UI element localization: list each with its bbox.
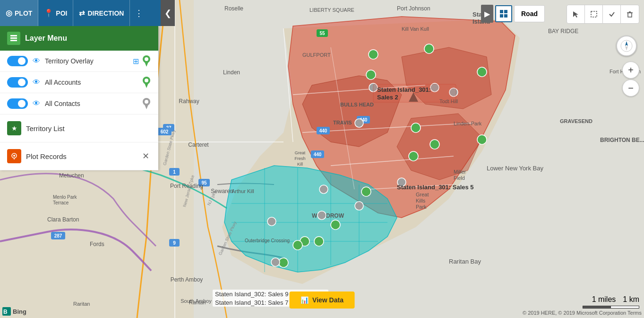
svg-text:GRAVESEND: GRAVESEND [560, 118, 592, 124]
svg-text:Kill: Kill [297, 162, 303, 167]
rectangle-select-icon [590, 10, 598, 18]
direction-button[interactable]: ⇄ DIRECTION [73, 0, 130, 26]
rectangle-select-button[interactable] [585, 5, 603, 23]
more-options-button[interactable]: ⋮ [130, 8, 148, 18]
all-contacts-item: 👁 All Contacts [0, 93, 158, 115]
svg-rect-154 [10, 40, 17, 41]
svg-rect-153 [10, 37, 17, 39]
svg-text:Terrace: Terrace [53, 200, 69, 205]
scale-bar-visual [583, 306, 639, 309]
all-contacts-eye-icon: 👁 [32, 99, 41, 108]
direction-label: DIRECTION [87, 9, 124, 17]
territory-overlay-toggle[interactable] [7, 56, 28, 66]
compass[interactable] [616, 35, 637, 56]
svg-text:Great: Great [295, 150, 306, 155]
all-contacts-toggle[interactable] [7, 98, 28, 109]
territory-list-item[interactable]: ★ Territory List [0, 115, 158, 142]
svg-text:Staten Island_302: Sales 9: Staten Island_302: Sales 9 [215, 291, 288, 298]
svg-text:WOODROW: WOODROW [312, 212, 344, 219]
svg-text:Staten Island_301: Sales 7: Staten Island_301: Sales 7 [215, 299, 288, 306]
svg-marker-159 [145, 83, 148, 88]
svg-rect-172 [500, 10, 503, 13]
direction-icon: ⇄ [79, 9, 85, 18]
top-toolbar: ◎ PLOT 📍 POI ⇄ DIRECTION ⋮ [0, 0, 161, 26]
zoom-out-icon: − [628, 83, 634, 94]
selected-view-button[interactable] [495, 5, 512, 22]
svg-text:Miller: Miller [454, 169, 466, 175]
svg-point-163 [145, 100, 148, 104]
svg-text:Clara Barton: Clara Barton [47, 216, 79, 223]
svg-text:Staten Island_301: Sales 5: Staten Island_301: Sales 5 [397, 184, 474, 191]
svg-marker-156 [145, 62, 148, 67]
zoom-in-button[interactable]: + [622, 62, 639, 79]
layers-icon [9, 34, 18, 43]
plot-records-close-button[interactable]: ✕ [140, 150, 151, 162]
svg-text:Metuchen: Metuchen [59, 172, 84, 179]
svg-text:Field: Field [454, 175, 465, 181]
svg-point-160 [145, 79, 148, 82]
road-view-button[interactable]: Road [514, 5, 545, 22]
territory-overlay-eye-icon: 👁 [32, 57, 41, 65]
territory-overlay-pin-icon[interactable] [142, 55, 151, 67]
plot-label: PLOT [15, 9, 32, 17]
territory-list-icon: ★ [7, 121, 21, 135]
svg-rect-175 [504, 14, 507, 18]
svg-text:Port Johnson: Port Johnson [397, 5, 430, 12]
map-tools-toolbar [567, 5, 639, 24]
svg-text:Lower New York Bay: Lower New York Bay [487, 165, 543, 172]
svg-text:287: 287 [54, 233, 62, 238]
svg-text:LIBERTY SQUARE: LIBERTY SQUARE [309, 7, 354, 13]
checkmark-icon [608, 10, 616, 18]
svg-text:BAY RIDGE: BAY RIDGE [548, 28, 578, 35]
svg-rect-152 [10, 35, 17, 36]
collapse-icon: ❮ [164, 8, 172, 18]
layer-menu-header: Layer Menu [0, 26, 158, 51]
svg-text:Carteret: Carteret [188, 141, 209, 148]
svg-text:Fords: Fords [90, 241, 104, 247]
plot-records-item[interactable]: Plot Records ✕ [0, 142, 158, 170]
delete-tool-button[interactable] [621, 5, 639, 23]
svg-text:BULLS HEAD: BULLS HEAD [340, 102, 374, 107]
svg-text:Roselle: Roselle [224, 5, 243, 12]
svg-text:602: 602 [161, 129, 169, 134]
svg-text:Kills: Kills [416, 198, 426, 203]
svg-text:440: 440 [319, 128, 327, 133]
plot-records-label: Plot Records [26, 152, 135, 160]
cursor-tool-button[interactable] [567, 5, 585, 23]
plot-icon: ◎ [6, 9, 12, 18]
territory-overlay-actions: ⊞ [133, 55, 151, 67]
all-accounts-pin-icon[interactable] [142, 77, 151, 88]
svg-point-157 [145, 57, 148, 61]
zoom-controls: + − [622, 62, 639, 97]
territory-overlay-grid-icon[interactable]: ⊞ [133, 57, 139, 66]
svg-text:Staten Island_301:: Staten Island_301: [377, 86, 431, 93]
plot-button[interactable]: ◎ PLOT [0, 0, 38, 26]
poi-button[interactable]: 📍 POI [38, 0, 73, 26]
svg-rect-168 [591, 11, 597, 17]
svg-text:Outerbridge Crossing: Outerbridge Crossing [245, 238, 290, 243]
cursor-icon [572, 10, 580, 18]
copyright-text: © 2019 HERE, © 2019 Microsoft Corporatio… [523, 310, 642, 316]
all-contacts-pin-icon[interactable] [142, 98, 151, 109]
territory-overlay-label: Territory Overlay [45, 57, 129, 65]
scale-miles-label: 1 miles [592, 295, 616, 304]
bing-label: Bing [13, 308, 26, 315]
scale-bar-segment1 [583, 306, 611, 309]
zoom-out-button[interactable]: − [622, 80, 639, 97]
all-contacts-actions [142, 98, 151, 109]
svg-text:Arthur Kill: Arthur Kill [232, 188, 254, 194]
plot-records-icon [7, 149, 21, 163]
svg-text:9: 9 [173, 240, 176, 246]
view-data-button[interactable]: 📊 View Data [289, 292, 355, 309]
svg-text:Fresh: Fresh [294, 156, 305, 161]
checkmark-tool-button[interactable] [603, 5, 621, 23]
next-arrow-button[interactable]: ▶ [481, 5, 493, 23]
collapse-panel-button[interactable]: ❮ [161, 0, 175, 26]
nav-arrow-area: ▶ Road [481, 5, 545, 23]
svg-text:Raritan: Raritan [73, 301, 90, 307]
all-contacts-label: All Contacts [45, 100, 138, 107]
layer-menu-title: Layer Menu [25, 34, 67, 43]
territory-list-label: Territory List [26, 124, 151, 132]
all-accounts-toggle[interactable] [7, 77, 28, 88]
poi-icon: 📍 [44, 9, 53, 18]
